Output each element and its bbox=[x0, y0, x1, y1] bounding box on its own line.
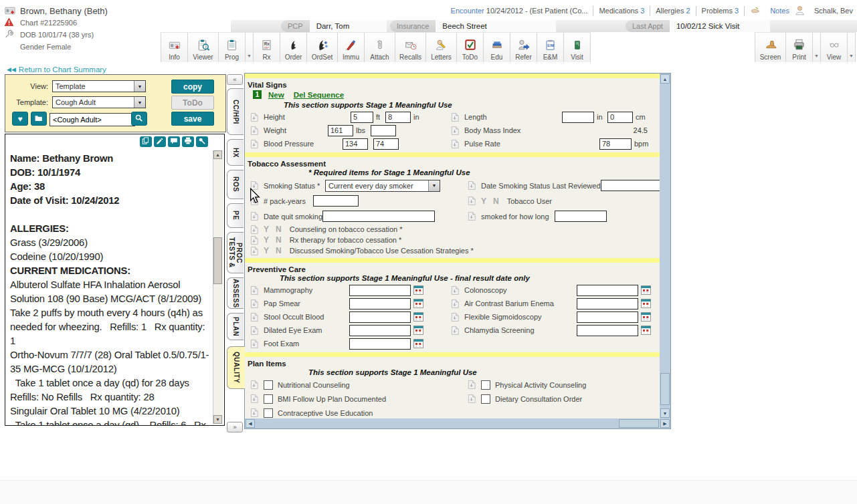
note-icon[interactable] bbox=[451, 299, 460, 309]
yes-option[interactable]: Y bbox=[264, 235, 269, 245]
tab-cc-hpi[interactable]: CC/HPI bbox=[227, 88, 244, 135]
note-icon[interactable] bbox=[250, 312, 260, 322]
template-search-button[interactable] bbox=[131, 112, 147, 126]
favorite-heart-button[interactable]: ♥ bbox=[12, 112, 28, 126]
bp-systolic-input[interactable]: 134 bbox=[343, 138, 368, 150]
date-input-mammography[interactable] bbox=[349, 285, 411, 296]
pulse-rate-input[interactable]: 78 bbox=[599, 138, 632, 150]
note-icon[interactable] bbox=[451, 126, 460, 136]
tab-pe[interactable]: PE bbox=[227, 203, 244, 228]
yes-option[interactable]: Y bbox=[481, 197, 486, 206]
note-icon[interactable] bbox=[250, 285, 260, 295]
bp-diastolic-input[interactable]: 74 bbox=[373, 138, 399, 150]
note-icon[interactable] bbox=[451, 285, 460, 295]
scroll-down-icon[interactable]: ▼ bbox=[660, 408, 670, 418]
scroll-down-icon[interactable]: ▼ bbox=[213, 415, 222, 424]
no-option[interactable]: N bbox=[276, 225, 282, 234]
calendar-icon[interactable] bbox=[640, 326, 652, 336]
encounter-label[interactable]: Encounter bbox=[451, 7, 486, 15]
height-ft-input[interactable]: 5 bbox=[351, 112, 373, 123]
tab-hx[interactable]: HX bbox=[227, 139, 244, 166]
counter-problems[interactable]: Problems3 bbox=[702, 7, 739, 15]
toolbar-ordset-button[interactable]: OrdSet bbox=[307, 33, 338, 62]
encounter-link[interactable]: Encounter 10/24/2012 - (Est Patient (Co.… bbox=[451, 7, 588, 15]
toolbar-visit-button[interactable]: Visit bbox=[564, 33, 591, 62]
toolbar-info-button[interactable]: Info bbox=[161, 33, 188, 62]
tab-ros[interactable]: ROS bbox=[227, 170, 244, 199]
note-icon[interactable] bbox=[250, 380, 260, 390]
browse-folder-button[interactable] bbox=[31, 112, 47, 126]
dropdown-arrow-icon[interactable]: ▼ bbox=[428, 180, 440, 191]
note-icon[interactable] bbox=[250, 246, 260, 256]
scrollbar-thumb[interactable] bbox=[619, 419, 659, 428]
notes-link[interactable]: Notes bbox=[770, 7, 789, 15]
note-icon[interactable] bbox=[250, 235, 260, 245]
template-select-arrow-icon[interactable]: ▼ bbox=[134, 97, 145, 108]
checkbox-physical-activity-counseling[interactable] bbox=[481, 380, 490, 390]
tab-quality[interactable]: QUALITY bbox=[227, 346, 245, 389]
toolbar-view-dropdown[interactable]: ▼ bbox=[848, 33, 856, 62]
date-input-stool-occult-blood[interactable] bbox=[349, 311, 411, 323]
toolbar-refer-button[interactable]: Refer bbox=[510, 33, 537, 62]
template-select[interactable]: Cough Adult▼ bbox=[52, 96, 146, 108]
yes-option[interactable]: Y bbox=[264, 225, 269, 234]
scroll-up-icon[interactable]: ▲ bbox=[213, 150, 222, 159]
del-sequence-link[interactable]: Del Sequence bbox=[294, 91, 344, 99]
note-icon[interactable] bbox=[451, 312, 460, 322]
save-button[interactable]: save bbox=[171, 112, 214, 126]
chart-tools-icon[interactable] bbox=[4, 29, 16, 40]
expand-tabs-button[interactable]: » bbox=[227, 422, 243, 432]
counter-medications[interactable]: Medications3 bbox=[599, 7, 644, 15]
date-quit-smoking-input[interactable] bbox=[322, 211, 435, 222]
copy-note-button[interactable] bbox=[140, 136, 152, 147]
toolbar-letters-button[interactable]: Letters bbox=[426, 33, 457, 62]
note-icon[interactable] bbox=[468, 211, 477, 221]
calendar-icon[interactable] bbox=[640, 285, 652, 295]
return-to-chart-summary-link[interactable]: ◀◀ Return to Chart Summary bbox=[7, 66, 106, 74]
toolbar-rx-button[interactable]: RxRx bbox=[254, 33, 280, 62]
height-in-input[interactable]: 8 bbox=[385, 112, 411, 123]
toolbar-e-m-button[interactable]: E/ME&M bbox=[537, 33, 564, 62]
note-icon[interactable] bbox=[468, 196, 477, 206]
checkbox-bmi-follow-up-plan-documented[interactable] bbox=[264, 394, 273, 404]
template-search-input[interactable] bbox=[50, 113, 135, 126]
view-select[interactable]: Template▼ bbox=[52, 80, 146, 92]
scroll-up-icon[interactable]: ▲ bbox=[660, 74, 670, 84]
note-icon[interactable] bbox=[250, 394, 260, 404]
scrollbar-thumb[interactable] bbox=[213, 237, 222, 284]
panel-hscrollbar[interactable]: ◀ ▶ bbox=[245, 418, 670, 428]
scroll-right-icon[interactable]: ▶ bbox=[660, 419, 670, 428]
toolbar-todo-button[interactable]: ToDo bbox=[457, 33, 484, 62]
edit-note-button[interactable] bbox=[154, 136, 166, 147]
note-icon[interactable] bbox=[250, 139, 260, 149]
length-in-input[interactable] bbox=[562, 112, 594, 123]
scrollbar-thumb[interactable] bbox=[660, 373, 670, 405]
calendar-icon[interactable] bbox=[413, 312, 424, 322]
yes-option[interactable]: Y bbox=[264, 246, 269, 255]
note-icon[interactable] bbox=[250, 299, 260, 309]
note-icon[interactable] bbox=[250, 225, 260, 235]
smoking-status-select[interactable]: Current every day smoker▼ bbox=[325, 180, 440, 192]
date-input-pap-smear[interactable] bbox=[349, 298, 411, 309]
weight-oz-input[interactable] bbox=[371, 125, 396, 136]
checkbox-nutritional-counseling[interactable] bbox=[264, 380, 273, 390]
date-input-air-contrast-barium-enema[interactable] bbox=[577, 298, 638, 309]
note-icon[interactable] bbox=[250, 112, 260, 122]
toolbar-screen-button[interactable]: Screen bbox=[755, 33, 786, 62]
tab-tests-proc[interactable]: TESTS & PROC bbox=[227, 232, 244, 273]
no-option[interactable]: N bbox=[276, 235, 282, 245]
date-smoking-reviewed-input[interactable] bbox=[601, 180, 660, 191]
calendar-icon[interactable] bbox=[413, 299, 424, 309]
tab-plan[interactable]: PLAN bbox=[227, 313, 244, 340]
calendar-icon[interactable] bbox=[413, 326, 424, 336]
calendar-icon[interactable] bbox=[413, 339, 424, 349]
counter-allergies[interactable]: Allergies2 bbox=[656, 7, 690, 15]
toolbar-order-button[interactable]: Order bbox=[280, 33, 307, 62]
smoked-how-long-input[interactable] bbox=[555, 211, 607, 222]
note-icon[interactable] bbox=[451, 326, 460, 336]
no-option[interactable]: N bbox=[276, 246, 282, 255]
toolbar-edu-button[interactable]: Edu bbox=[484, 33, 510, 62]
calendar-icon[interactable] bbox=[640, 299, 652, 309]
note-icon[interactable] bbox=[250, 339, 260, 349]
toolbar-view-button[interactable]: View bbox=[821, 33, 848, 62]
